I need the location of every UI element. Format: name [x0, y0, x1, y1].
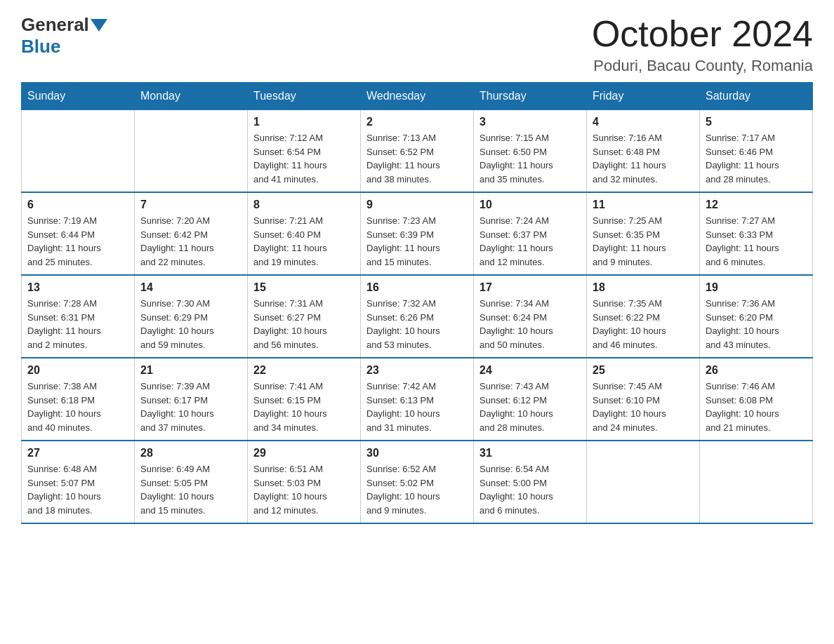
- calendar-cell: [587, 441, 700, 523]
- calendar-cell: 16Sunrise: 7:32 AMSunset: 6:26 PMDayligh…: [361, 275, 474, 358]
- calendar-cell: 29Sunrise: 6:51 AMSunset: 5:03 PMDayligh…: [248, 441, 361, 523]
- day-number: 13: [27, 281, 128, 294]
- logo-blue-text: Blue: [21, 36, 60, 57]
- day-number: 29: [253, 447, 355, 459]
- day-info: Sunrise: 7:30 AMSunset: 6:29 PMDaylight:…: [140, 297, 241, 351]
- page-header: General Blue October 2024 Poduri, Bacau …: [21, 14, 813, 75]
- logo: General Blue: [21, 14, 109, 58]
- day-info: Sunrise: 6:52 AMSunset: 5:02 PMDaylight:…: [366, 462, 468, 517]
- calendar-cell: 9Sunrise: 7:23 AMSunset: 6:39 PMDaylight…: [361, 192, 474, 275]
- calendar-cell: 1Sunrise: 7:12 AMSunset: 6:54 PMDaylight…: [248, 110, 361, 193]
- header-cell-thursday: Thursday: [474, 83, 587, 110]
- week-row-4: 20Sunrise: 7:38 AMSunset: 6:18 PMDayligh…: [22, 358, 813, 441]
- calendar-cell: 18Sunrise: 7:35 AMSunset: 6:22 PMDayligh…: [587, 275, 700, 358]
- day-number: 3: [479, 116, 581, 128]
- day-number: 6: [27, 199, 128, 211]
- day-info: Sunrise: 7:45 AMSunset: 6:10 PMDaylight:…: [593, 380, 694, 434]
- day-number: 17: [479, 281, 581, 294]
- day-number: 10: [479, 199, 581, 211]
- day-number: 18: [593, 281, 694, 294]
- calendar-table: SundayMondayTuesdayWednesdayThursdayFrid…: [21, 82, 813, 524]
- calendar-cell: 12Sunrise: 7:27 AMSunset: 6:33 PMDayligh…: [700, 192, 813, 275]
- day-info: Sunrise: 7:24 AMSunset: 6:37 PMDaylight:…: [479, 214, 581, 269]
- day-number: 30: [366, 447, 468, 459]
- location-title: Poduri, Bacau County, Romania: [592, 57, 813, 75]
- day-number: 26: [706, 364, 807, 377]
- day-info: Sunrise: 7:46 AMSunset: 6:08 PMDaylight:…: [706, 380, 807, 434]
- day-number: 20: [27, 364, 128, 377]
- day-info: Sunrise: 7:19 AMSunset: 6:44 PMDaylight:…: [27, 214, 128, 269]
- calendar-cell: 30Sunrise: 6:52 AMSunset: 5:02 PMDayligh…: [361, 441, 474, 523]
- calendar-cell: 3Sunrise: 7:15 AMSunset: 6:50 PMDaylight…: [474, 110, 587, 193]
- day-number: 7: [140, 199, 241, 211]
- calendar-cell: 10Sunrise: 7:24 AMSunset: 6:37 PMDayligh…: [474, 192, 587, 275]
- calendar-cell: 23Sunrise: 7:42 AMSunset: 6:13 PMDayligh…: [361, 358, 474, 441]
- calendar-cell: 14Sunrise: 7:30 AMSunset: 6:29 PMDayligh…: [135, 275, 248, 358]
- day-info: Sunrise: 7:34 AMSunset: 6:24 PMDaylight:…: [479, 297, 581, 351]
- day-info: Sunrise: 6:49 AMSunset: 5:05 PMDaylight:…: [140, 462, 241, 517]
- day-info: Sunrise: 7:25 AMSunset: 6:35 PMDaylight:…: [593, 214, 694, 269]
- day-info: Sunrise: 7:31 AMSunset: 6:27 PMDaylight:…: [253, 297, 355, 351]
- day-info: Sunrise: 7:41 AMSunset: 6:15 PMDaylight:…: [253, 380, 355, 434]
- day-number: 25: [593, 364, 694, 377]
- day-number: 2: [366, 116, 468, 128]
- calendar-cell: 6Sunrise: 7:19 AMSunset: 6:44 PMDaylight…: [22, 192, 135, 275]
- day-info: Sunrise: 6:54 AMSunset: 5:00 PMDaylight:…: [479, 462, 581, 517]
- calendar-cell: 26Sunrise: 7:46 AMSunset: 6:08 PMDayligh…: [700, 358, 813, 441]
- calendar-cell: 24Sunrise: 7:43 AMSunset: 6:12 PMDayligh…: [474, 358, 587, 441]
- day-number: 21: [140, 364, 241, 377]
- header-cell-friday: Friday: [587, 83, 700, 110]
- day-number: 23: [366, 364, 468, 377]
- header-cell-sunday: Sunday: [22, 83, 135, 110]
- calendar-header: SundayMondayTuesdayWednesdayThursdayFrid…: [22, 83, 813, 110]
- calendar-cell: 15Sunrise: 7:31 AMSunset: 6:27 PMDayligh…: [248, 275, 361, 358]
- day-info: Sunrise: 7:28 AMSunset: 6:31 PMDaylight:…: [27, 297, 128, 351]
- calendar-cell: [135, 110, 248, 193]
- day-info: Sunrise: 7:16 AMSunset: 6:48 PMDaylight:…: [593, 131, 694, 186]
- calendar-cell: 27Sunrise: 6:48 AMSunset: 5:07 PMDayligh…: [22, 441, 135, 523]
- week-row-2: 6Sunrise: 7:19 AMSunset: 6:44 PMDaylight…: [22, 192, 813, 275]
- day-info: Sunrise: 6:51 AMSunset: 5:03 PMDaylight:…: [253, 462, 355, 517]
- day-number: 12: [706, 199, 807, 211]
- calendar-cell: 31Sunrise: 6:54 AMSunset: 5:00 PMDayligh…: [474, 441, 587, 523]
- day-number: 9: [366, 199, 468, 211]
- day-info: Sunrise: 7:12 AMSunset: 6:54 PMDaylight:…: [253, 131, 355, 186]
- calendar-cell: 2Sunrise: 7:13 AMSunset: 6:52 PMDaylight…: [361, 110, 474, 193]
- day-info: Sunrise: 7:23 AMSunset: 6:39 PMDaylight:…: [366, 214, 468, 269]
- day-number: 28: [140, 447, 241, 459]
- title-section: October 2024 Poduri, Bacau County, Roman…: [592, 14, 813, 75]
- calendar-cell: 4Sunrise: 7:16 AMSunset: 6:48 PMDaylight…: [587, 110, 700, 193]
- calendar-cell: 28Sunrise: 6:49 AMSunset: 5:05 PMDayligh…: [135, 441, 248, 523]
- day-number: 24: [479, 364, 581, 377]
- header-cell-saturday: Saturday: [700, 83, 813, 110]
- day-number: 22: [253, 364, 355, 377]
- day-info: Sunrise: 7:38 AMSunset: 6:18 PMDaylight:…: [27, 380, 128, 434]
- logo-general-text: General: [21, 14, 89, 36]
- day-number: 19: [706, 281, 807, 294]
- calendar-cell: [22, 110, 135, 193]
- day-info: Sunrise: 7:21 AMSunset: 6:40 PMDaylight:…: [253, 214, 355, 269]
- calendar-cell: 19Sunrise: 7:36 AMSunset: 6:20 PMDayligh…: [700, 275, 813, 358]
- header-cell-monday: Monday: [135, 83, 248, 110]
- day-number: 16: [366, 281, 468, 294]
- day-info: Sunrise: 7:36 AMSunset: 6:20 PMDaylight:…: [706, 297, 807, 351]
- week-row-5: 27Sunrise: 6:48 AMSunset: 5:07 PMDayligh…: [22, 441, 813, 523]
- calendar-cell: 22Sunrise: 7:41 AMSunset: 6:15 PMDayligh…: [248, 358, 361, 441]
- calendar-cell: [700, 441, 813, 523]
- calendar-cell: 8Sunrise: 7:21 AMSunset: 6:40 PMDaylight…: [248, 192, 361, 275]
- header-cell-wednesday: Wednesday: [361, 83, 474, 110]
- day-number: 31: [479, 447, 581, 459]
- day-info: Sunrise: 7:13 AMSunset: 6:52 PMDaylight:…: [366, 131, 468, 186]
- day-info: Sunrise: 7:27 AMSunset: 6:33 PMDaylight:…: [706, 214, 807, 269]
- month-title: October 2024: [592, 14, 813, 54]
- day-info: Sunrise: 7:35 AMSunset: 6:22 PMDaylight:…: [593, 297, 694, 351]
- calendar-cell: 20Sunrise: 7:38 AMSunset: 6:18 PMDayligh…: [22, 358, 135, 441]
- day-number: 14: [140, 281, 241, 294]
- day-number: 5: [706, 116, 807, 128]
- calendar-cell: 21Sunrise: 7:39 AMSunset: 6:17 PMDayligh…: [135, 358, 248, 441]
- calendar-cell: 11Sunrise: 7:25 AMSunset: 6:35 PMDayligh…: [587, 192, 700, 275]
- day-info: Sunrise: 6:48 AMSunset: 5:07 PMDaylight:…: [27, 462, 128, 517]
- day-info: Sunrise: 7:42 AMSunset: 6:13 PMDaylight:…: [366, 380, 468, 434]
- header-cell-tuesday: Tuesday: [248, 83, 361, 110]
- week-row-3: 13Sunrise: 7:28 AMSunset: 6:31 PMDayligh…: [22, 275, 813, 358]
